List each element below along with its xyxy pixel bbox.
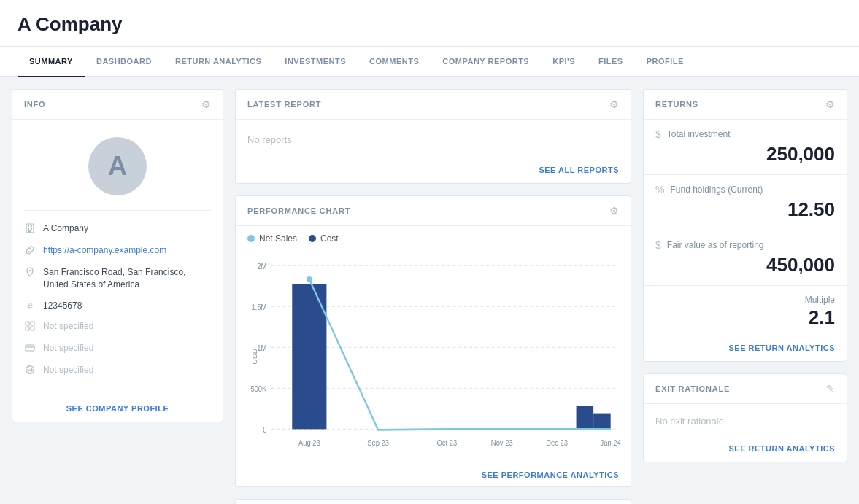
performance-svg: 2M 1.5M 1M 500K 0 — [247, 258, 619, 462]
field-country: Not specified — [24, 364, 211, 377]
dollar-icon-1: $ — [655, 128, 661, 140]
total-investment-section: $ Total investment 250,000 — [644, 120, 847, 175]
fund-holdings-section: % Fund holdings (Current) 12.50 — [644, 175, 847, 230]
field-id: # 12345678 — [24, 300, 211, 312]
see-company-profile-link[interactable]: SEE COMPANY PROFILE — [12, 395, 223, 422]
legend-net-sales: Net Sales — [247, 233, 297, 244]
nav-item-dashboard[interactable]: DASHBOARD — [85, 47, 163, 77]
see-all-reports-link[interactable]: SEE ALL REPORTS — [236, 160, 631, 183]
fair-value-value: 450,000 — [655, 254, 835, 276]
field-company: A Company — [24, 222, 211, 236]
legend-label-net-sales: Net Sales — [259, 233, 297, 244]
info-fields: A Company https://a-company.example.com — [12, 211, 223, 389]
see-performance-analytics-link[interactable]: SEE PERFORMANCE ANALYTICS — [236, 465, 631, 486]
multiple-section: Multiple 2.1 — [644, 286, 847, 338]
dollar-icon-2: $ — [655, 239, 661, 251]
exit-rationale-card: EXIT RATIONALE ✎ No exit rationale SEE R… — [643, 373, 847, 462]
navigation: SUMMARY DASHBOARD RETURN ANALYTICS INVES… — [0, 47, 859, 77]
svg-text:0: 0 — [263, 425, 267, 434]
latest-report-title: LATEST REPORT — [247, 100, 321, 109]
legend-dot-net-sales — [247, 235, 255, 242]
field-location-value: San Francisco Road, San Francisco, Unite… — [43, 266, 211, 291]
returns-card: RETURNS ⚙ $ Total investment 250,000 % F… — [643, 89, 847, 362]
svg-rect-1 — [28, 225, 29, 227]
fair-value-label: Fair value as of reporting — [667, 240, 764, 250]
perf-chart-title: PERFORMANCE CHART — [247, 206, 350, 215]
total-investment-value: 250,000 — [655, 143, 835, 166]
field-location: San Francisco Road, San Francisco, Unite… — [24, 266, 211, 291]
field-type-value: Not specified — [43, 320, 93, 333]
nav-item-summary[interactable]: SUMMARY — [18, 47, 85, 77]
fund-holdings-label-row: % Fund holdings (Current) — [655, 184, 835, 195]
info-gear-icon[interactable]: ⚙ — [201, 98, 211, 110]
svg-text:Oct 23: Oct 23 — [436, 439, 457, 448]
latest-report-header: LATEST REPORT ⚙ — [236, 90, 631, 120]
avatar: A — [88, 137, 147, 195]
see-return-analytics-link-2[interactable]: SEE RETURN ANALYTICS — [644, 438, 847, 462]
chart-area: 2M 1.5M 1M 500K 0 — [236, 251, 631, 465]
exit-rationale-title: EXIT RATIONALE — [655, 384, 730, 393]
info-card: INFO ⚙ A — [12, 89, 223, 422]
nav-item-return-analytics[interactable]: RETURN ANALYTICS — [163, 47, 273, 77]
metrics-header: COMPANY METRICS Q2'23 Q3'23 Q4'23 ⚙ — [236, 500, 631, 504]
latest-report-gear-icon[interactable]: ⚙ — [609, 98, 619, 110]
avatar-section: A — [12, 120, 223, 210]
hash-icon: # — [24, 301, 36, 311]
field-country-value: Not specified — [43, 364, 93, 376]
field-currency-value: Not specified — [43, 342, 93, 354]
main-content: INFO ⚙ A — [0, 77, 859, 504]
nav-item-kpis[interactable]: KPI'S — [541, 47, 587, 77]
svg-text:500K: 500K — [250, 384, 266, 393]
svg-text:Nov 23: Nov 23 — [491, 439, 513, 448]
header: A Company SUMMARY DASHBOARD RETURN ANALY… — [0, 0, 859, 77]
field-currency: Not specified — [24, 342, 211, 355]
no-exit-text: No exit rationale — [644, 404, 847, 438]
company-metrics-card: COMPANY METRICS Q2'23 Q3'23 Q4'23 ⚙ — [235, 499, 631, 504]
bar-jan24-cost2 — [593, 414, 611, 430]
multiple-value: 2.1 — [655, 306, 835, 329]
svg-rect-2 — [31, 225, 32, 227]
info-title: INFO — [24, 100, 45, 109]
multiple-label: Multiple — [655, 295, 835, 305]
perf-chart-header: PERFORMANCE CHART ⚙ — [236, 196, 631, 226]
net-sales-line — [309, 279, 611, 430]
link-icon — [24, 245, 36, 257]
edit-icon[interactable]: ✎ — [826, 383, 835, 395]
see-return-analytics-link-1[interactable]: SEE RETURN ANALYTICS — [644, 338, 847, 361]
performance-chart-card: PERFORMANCE CHART ⚙ Net Sales Cost 2M 1.… — [235, 195, 631, 487]
nav-item-company-reports[interactable]: COMPANY REPORTS — [431, 47, 541, 77]
svg-text:1.5M: 1.5M — [251, 303, 266, 311]
left-column: INFO ⚙ A — [12, 89, 223, 504]
svg-rect-8 — [31, 322, 34, 325]
nav-item-files[interactable]: FILES — [587, 47, 635, 77]
info-card-header: INFO ⚙ — [12, 90, 223, 120]
right-column: RETURNS ⚙ $ Total investment 250,000 % F… — [643, 89, 847, 504]
bar-jan24-cost — [577, 406, 594, 429]
grid-icon — [24, 321, 36, 333]
no-reports-text: No reports — [236, 120, 631, 160]
nav-item-investments[interactable]: INVESTMENTS — [273, 47, 358, 77]
legend-cost: Cost — [309, 233, 339, 244]
svg-rect-9 — [26, 327, 29, 330]
legend-dot-cost — [309, 235, 316, 242]
svg-text:1M: 1M — [257, 344, 266, 352]
company-name: A Company — [18, 13, 841, 36]
returns-gear-icon[interactable]: ⚙ — [825, 98, 835, 110]
nav-item-comments[interactable]: COMMENTS — [358, 47, 431, 77]
latest-report-card: LATEST REPORT ⚙ No reports SEE ALL REPOR… — [235, 89, 631, 184]
nav-item-profile[interactable]: PROFILE — [635, 47, 696, 77]
svg-text:2M: 2M — [257, 262, 266, 271]
svg-text:Sep 23: Sep 23 — [367, 439, 389, 448]
net-sales-dot — [307, 276, 312, 282]
svg-text:USD: USD — [251, 349, 258, 365]
percent-icon: % — [655, 184, 664, 195]
fund-holdings-label: Fund holdings (Current) — [670, 185, 763, 195]
svg-rect-10 — [31, 327, 34, 330]
perf-chart-gear-icon[interactable]: ⚙ — [609, 205, 619, 217]
returns-header: RETURNS ⚙ — [644, 90, 847, 120]
svg-text:Dec 23: Dec 23 — [546, 439, 568, 448]
chart-legend: Net Sales Cost — [236, 226, 631, 251]
field-url: https://a-company.example.com — [24, 244, 211, 257]
svg-rect-11 — [26, 345, 34, 351]
field-id-value: 12345678 — [43, 300, 82, 312]
